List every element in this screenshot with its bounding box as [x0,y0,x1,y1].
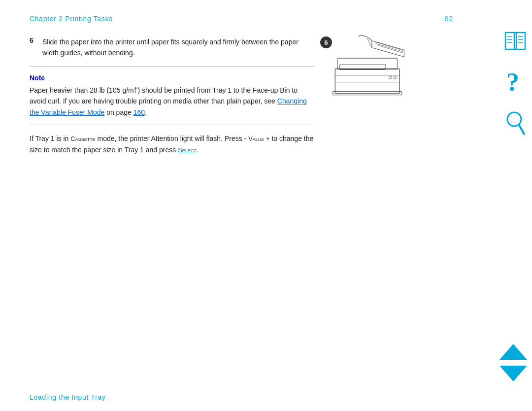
page-160-link[interactable]: 160 [133,108,145,116]
search-icon[interactable] [504,110,526,136]
nav-arrows [499,344,527,381]
note-text-3: . [145,108,147,116]
select-link[interactable]: Select [178,146,197,154]
svg-point-9 [389,76,392,79]
help-icon[interactable]: ? [505,68,525,96]
content-body: 6 Slide the paper into the printer until… [30,36,453,156]
svg-point-22 [507,112,521,126]
divider-bottom [30,125,315,125]
printer-illustration: 6 [325,32,424,156]
note-text-1: Paper heavier than 28 lb (105 g/m†) shou… [30,86,298,105]
svg-line-23 [519,125,524,134]
note-text: Paper heavier than 28 lb (105 g/m†) shou… [30,85,315,118]
text-section: 6 Slide the paper into the printer until… [30,36,315,156]
svg-point-10 [394,76,397,79]
divider-top [30,67,315,67]
main-content: Chapter 2 Printing Tasks 92 6 Slide the … [30,15,453,396]
step-circle-6: 6 [320,36,332,48]
note-section: Note Paper heavier than 28 lb (105 g/m†)… [30,74,315,118]
step-6-row: 6 Slide the paper into the printer until… [30,36,315,59]
printer-image [325,32,419,101]
step-6-text: Slide the paper into the printer until p… [42,36,315,59]
svg-text:?: ? [506,68,519,96]
note-text-2: on page [104,108,133,116]
step-number: 6 [30,36,37,44]
footer: Loading the Input Tray [30,393,106,401]
svg-line-5 [374,42,403,51]
page-number: 92 [445,15,453,23]
svg-line-6 [375,43,403,52]
chapter-title[interactable]: Chapter 2 Printing Tasks [30,15,113,23]
page-header: Chapter 2 Printing Tasks 92 [30,15,453,27]
note-label: Note [30,74,315,82]
book-icon[interactable] [503,30,527,53]
svg-rect-8 [333,91,402,95]
cassette-note: If Tray 1 is in Cassette mode, the print… [30,133,315,156]
next-page-button[interactable] [499,366,527,381]
svg-rect-0 [335,68,399,94]
footer-link[interactable]: Loading the Input Tray [30,393,106,401]
svg-marker-4 [372,41,404,57]
previous-page-button[interactable] [499,344,527,360]
sidebar: ? [503,30,527,136]
cassette-text-1: If Tray 1 is in Cassette mode, the print… [30,135,313,154]
